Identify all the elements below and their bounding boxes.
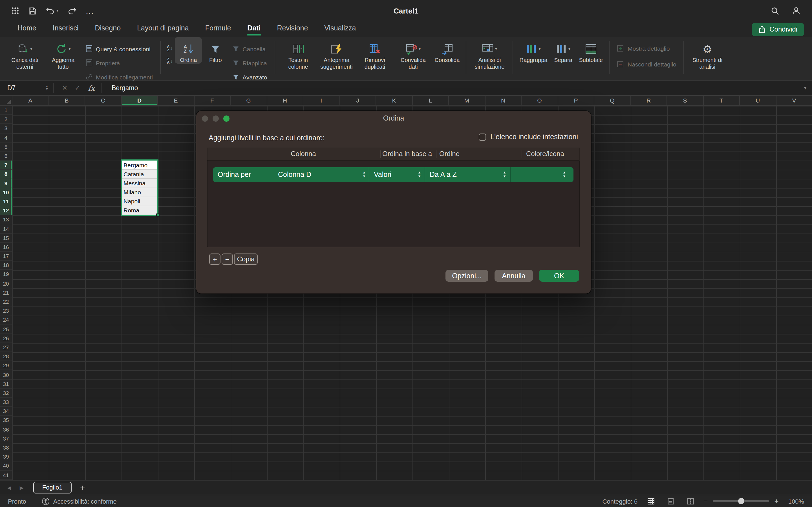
row-header-1[interactable]: 1: [0, 106, 12, 115]
row-header-30[interactable]: 30: [0, 371, 12, 379]
column-header-V[interactable]: V: [776, 96, 812, 105]
ribbon-testo-in-colonne-button[interactable]: Testo in colonne: [279, 37, 317, 70]
row-header-20[interactable]: 20: [0, 279, 12, 288]
formula-bar-expand-icon[interactable]: ▾: [804, 86, 806, 91]
ribbon-cancella-button[interactable]: Cancella: [232, 43, 267, 55]
row-header-3[interactable]: 3: [0, 124, 12, 133]
row-header-21[interactable]: 21: [0, 288, 12, 297]
ribbon-query-connessioni-button[interactable]: Query & connessioni: [86, 43, 153, 55]
column-header-K[interactable]: K: [376, 96, 412, 105]
ribbon-rimuovi-duplicati-button[interactable]: Rimuovi duplicati: [356, 37, 394, 70]
cell-D7[interactable]: Bergamo: [122, 161, 157, 170]
row-header-24[interactable]: 24: [0, 316, 12, 325]
row-header-22[interactable]: 22: [0, 297, 12, 306]
tab-formule[interactable]: Formule: [205, 23, 232, 36]
ribbon-separa-button[interactable]: ▾ Separa: [550, 37, 576, 63]
row-header-29[interactable]: 29: [0, 361, 12, 371]
row-header-25[interactable]: 25: [0, 325, 12, 334]
accessibility-status[interactable]: Accessibilità: conforme: [42, 497, 117, 505]
sort-on-dropdown-value[interactable]: Valori: [374, 167, 391, 182]
add-level-button[interactable]: +: [209, 253, 220, 265]
cell-D10[interactable]: Milano: [122, 188, 157, 197]
row-header-26[interactable]: 26: [0, 334, 12, 343]
tab-home[interactable]: Home: [17, 23, 37, 36]
redo-icon[interactable]: [67, 7, 77, 15]
sort-on-dropdown-stepper-icon[interactable]: ▴▾: [418, 171, 420, 178]
tab-layout-di-pagina[interactable]: Layout di pagina: [137, 23, 190, 36]
ribbon-proprieta-button[interactable]: Proprietà: [86, 57, 153, 69]
column-header-E[interactable]: E: [158, 96, 194, 105]
fill-handle[interactable]: [156, 214, 160, 217]
row-header-16[interactable]: 16: [0, 243, 12, 252]
next-sheet-icon[interactable]: ▶: [20, 485, 24, 490]
row-header-11[interactable]: 11: [0, 197, 12, 206]
name-box[interactable]: D7 ▲▼: [0, 84, 52, 91]
cancel-entry-icon[interactable]: ✕: [62, 84, 67, 92]
row-header-4[interactable]: 4: [0, 133, 12, 142]
row-header-31[interactable]: 31: [0, 379, 12, 388]
row-header-19[interactable]: 19: [0, 270, 12, 279]
column-header-I[interactable]: I: [303, 96, 340, 105]
row-header-37[interactable]: 37: [0, 434, 12, 443]
column-header-M[interactable]: M: [449, 96, 485, 105]
column-header-A[interactable]: A: [12, 96, 49, 105]
add-sheet-button[interactable]: +: [80, 483, 85, 492]
tab-revisione[interactable]: Revisione: [276, 23, 309, 36]
remove-level-button[interactable]: −: [221, 253, 233, 265]
ribbon-filtro-button[interactable]: Filtro: [202, 37, 229, 63]
page-break-view-icon[interactable]: [687, 498, 694, 504]
page-layout-view-icon[interactable]: [667, 498, 674, 504]
app-launcher-icon[interactable]: [11, 7, 19, 15]
order-dropdown-value[interactable]: Da A a Z: [430, 167, 457, 182]
row-header-39[interactable]: 39: [0, 452, 12, 461]
zoom-percentage[interactable]: 100%: [788, 498, 804, 504]
ribbon-strumenti-analisi-button[interactable]: ⚙ Strumenti di analisi: [688, 37, 726, 70]
zoom-out-icon[interactable]: −: [703, 497, 708, 505]
column-header-U[interactable]: U: [740, 96, 776, 105]
zoom-slider[interactable]: [713, 500, 769, 502]
column-header-H[interactable]: H: [267, 96, 303, 105]
row-header-8[interactable]: 8: [0, 170, 12, 179]
column-dropdown-value[interactable]: Colonna D: [278, 167, 311, 182]
cell-D11[interactable]: Napoli: [122, 197, 157, 206]
order-dropdown-stepper-icon[interactable]: ▴▾: [504, 171, 506, 178]
ribbon-riapplica-button[interactable]: Riapplica: [232, 57, 267, 69]
column-header-R[interactable]: R: [631, 96, 667, 105]
save-icon[interactable]: [28, 6, 37, 15]
row-header-34[interactable]: 34: [0, 407, 12, 416]
row-header-18[interactable]: 18: [0, 261, 12, 270]
share-button[interactable]: Condividi: [751, 23, 804, 36]
row-header-15[interactable]: 15: [0, 233, 12, 242]
ribbon-nascondi-dettaglio-button[interactable]: Nascondi dettaglio: [617, 60, 676, 69]
column-header-L[interactable]: L: [412, 96, 449, 105]
row-header-5[interactable]: 5: [0, 143, 12, 152]
row-header-17[interactable]: 17: [0, 252, 12, 261]
normal-view-icon[interactable]: [647, 498, 654, 504]
prev-sheet-icon[interactable]: ◀: [7, 485, 11, 490]
search-icon[interactable]: [771, 6, 779, 15]
account-icon[interactable]: [792, 6, 801, 15]
sort-ascending-button[interactable]: AZ↓: [166, 43, 174, 54]
zoom-in-icon[interactable]: +: [774, 497, 779, 505]
tab-dati[interactable]: Dati: [247, 23, 261, 36]
formula-input[interactable]: Bergamo: [112, 84, 138, 91]
row-header-38[interactable]: 38: [0, 443, 12, 452]
cell-D12[interactable]: Roma: [122, 206, 157, 215]
undo-icon[interactable]: ▾: [46, 7, 58, 15]
cancel-button[interactable]: Annulla: [495, 270, 533, 282]
ribbon-aggiorna-tutto-button[interactable]: ▾ Aggiorna tutto: [44, 37, 82, 70]
tab-visualizza[interactable]: Visualizza: [324, 23, 356, 36]
row-header-6[interactable]: 6: [0, 152, 12, 161]
row-header-27[interactable]: 27: [0, 343, 12, 352]
selected-range[interactable]: BergamoCataniaMessinaMilanoNapoliRoma: [121, 159, 158, 216]
copy-level-button[interactable]: Copia: [234, 253, 258, 265]
column-header-J[interactable]: J: [340, 96, 376, 105]
row-header-12[interactable]: 12: [0, 206, 12, 215]
ribbon-carica-dati-esterni-button[interactable]: ▾ Carica dati esterni: [6, 37, 44, 70]
column-header-Q[interactable]: Q: [594, 96, 631, 105]
tab-inserisci[interactable]: Inserisci: [52, 23, 79, 36]
row-header-2[interactable]: 2: [0, 115, 12, 124]
row-header-13[interactable]: 13: [0, 216, 12, 224]
confirm-entry-icon[interactable]: ✓: [75, 84, 80, 92]
column-header-F[interactable]: F: [194, 96, 231, 105]
